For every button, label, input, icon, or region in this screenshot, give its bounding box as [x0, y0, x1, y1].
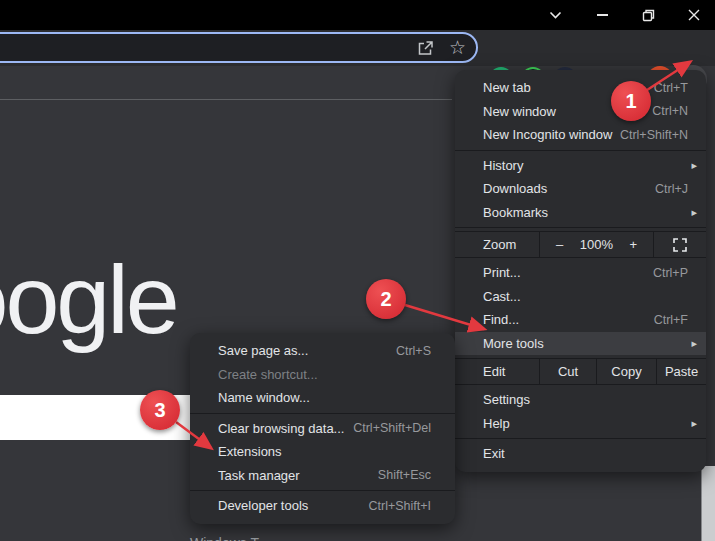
shortcut-label: Ctrl+Shift+N [620, 128, 688, 142]
menu-item-bookmarks[interactable]: Bookmarks▸ [455, 201, 706, 225]
google-logo: Google [0, 244, 177, 356]
close-button[interactable] [677, 0, 711, 30]
menu-item-new-tab[interactable]: New tabCtrl+T [455, 76, 706, 100]
browser-window: ☆ G W K H Google Windows T New tabCtrl+T… [0, 0, 715, 541]
more-tools-submenu: Save page as...Ctrl+S Create shortcut...… [190, 333, 455, 524]
bookmark-star-icon[interactable]: ☆ [449, 38, 466, 57]
menu-item-cast[interactable]: Cast... [455, 285, 706, 309]
menu-separator [455, 227, 706, 228]
submenu-arrow-icon: ▸ [691, 417, 697, 430]
shortcut-label: Shift+Esc [378, 468, 431, 482]
menu-item-settings[interactable]: Settings [455, 388, 706, 412]
menu-item-downloads[interactable]: DownloadsCtrl+J [455, 177, 706, 201]
menu-separator [190, 413, 455, 414]
share-icon[interactable] [416, 39, 435, 57]
menu-item-exit[interactable]: Exit [455, 442, 706, 466]
page-divider [0, 99, 452, 100]
menu-separator [190, 490, 455, 491]
submenu-arrow-icon: ▸ [691, 206, 697, 219]
shortcut-label: Ctrl+T [654, 81, 688, 95]
shortcut-label: Ctrl+P [653, 266, 688, 280]
menu-item-print[interactable]: Print...Ctrl+P [455, 261, 706, 285]
submenu-item-task-manager[interactable]: Task managerShift+Esc [190, 464, 455, 488]
submenu-item-name-window[interactable]: Name window... [190, 386, 455, 410]
menu-separator [455, 150, 706, 151]
submenu-arrow-icon: ▸ [691, 159, 697, 172]
menu-zoom-row: Zoom – 100% + [455, 231, 706, 258]
submenu-item-save-page-as[interactable]: Save page as...Ctrl+S [190, 339, 455, 363]
chevron-down-icon [549, 11, 562, 19]
tab-search-button[interactable] [538, 0, 572, 30]
zoom-label-cell: Zoom [455, 232, 540, 257]
minimize-icon [597, 14, 608, 16]
page-scrollbar[interactable] [701, 466, 715, 541]
shortcut-label: Ctrl+N [652, 104, 688, 118]
submenu-item-clear-browsing-data[interactable]: Clear browsing data...Ctrl+Shift+Del [190, 417, 455, 441]
submenu-item-extensions[interactable]: Extensions [190, 440, 455, 464]
address-bar[interactable]: ☆ [0, 32, 478, 63]
edit-paste-button[interactable]: Paste [657, 359, 706, 384]
title-bar [0, 0, 715, 30]
zoom-level: 100% [580, 237, 613, 252]
shortcut-label: Ctrl+Shift+I [368, 499, 431, 513]
close-icon [688, 9, 700, 21]
minimize-button[interactable] [585, 0, 619, 30]
annotation-step-1: 1 [611, 81, 651, 121]
clipped-page-text: Windows T [190, 535, 259, 541]
annotation-step-3: 3 [140, 390, 180, 430]
zoom-controls: – 100% + [540, 232, 654, 257]
submenu-item-create-shortcut: Create shortcut... [190, 363, 455, 387]
edit-cut-button[interactable]: Cut [540, 359, 597, 384]
edit-label-cell: Edit [455, 359, 540, 384]
annotation-step-2: 2 [366, 279, 406, 319]
zoom-in-button[interactable]: + [629, 237, 637, 252]
shortcut-label: Ctrl+S [396, 344, 431, 358]
shortcut-label: Ctrl+F [654, 313, 688, 327]
menu-item-history[interactable]: History▸ [455, 154, 706, 178]
fullscreen-button[interactable] [654, 232, 706, 257]
fullscreen-icon [673, 238, 687, 252]
menu-item-new-incognito-window[interactable]: New Incognito windowCtrl+Shift+N [455, 123, 706, 147]
browser-toolbar: ☆ G W K H [0, 30, 715, 66]
menu-item-help[interactable]: Help▸ [455, 412, 706, 436]
menu-edit-row: Edit Cut Copy Paste [455, 358, 706, 385]
restore-icon [642, 9, 655, 22]
submenu-arrow-icon: ▸ [691, 337, 697, 350]
shortcut-label: Ctrl+J [655, 182, 688, 196]
menu-item-new-window[interactable]: New windowCtrl+N [455, 100, 706, 124]
restore-button[interactable] [631, 0, 665, 30]
shortcut-label: Ctrl+Shift+Del [353, 421, 431, 435]
menu-item-more-tools[interactable]: More tools▸ [455, 332, 706, 356]
menu-separator [455, 438, 706, 439]
menu-item-find[interactable]: Find...Ctrl+F [455, 308, 706, 332]
zoom-out-button[interactable]: – [556, 237, 563, 252]
submenu-item-developer-tools[interactable]: Developer toolsCtrl+Shift+I [190, 494, 455, 518]
edit-copy-button[interactable]: Copy [597, 359, 657, 384]
chrome-menu: New tabCtrl+T New windowCtrl+N New Incog… [455, 70, 706, 472]
